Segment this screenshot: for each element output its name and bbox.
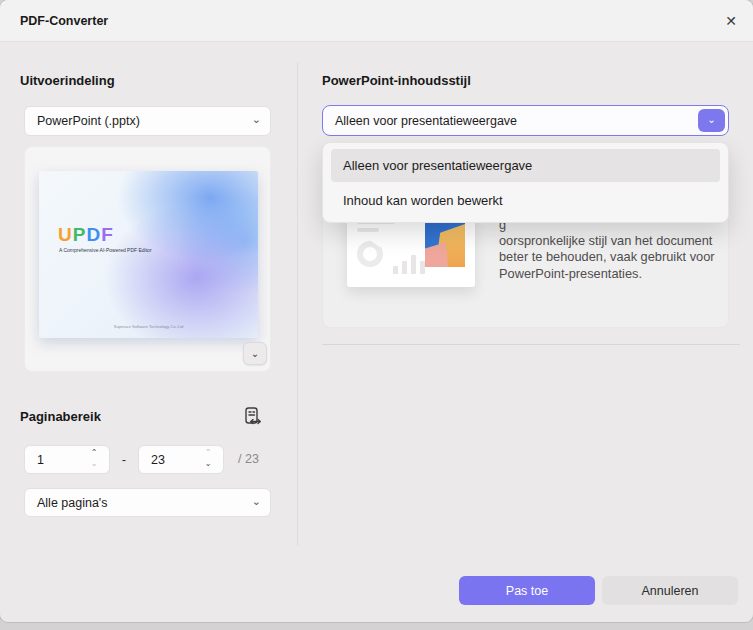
page-range-heading: Paginabereik bbox=[20, 409, 101, 424]
color-blocks-image bbox=[425, 223, 465, 267]
logo-letter: D bbox=[86, 224, 101, 245]
page-from-input[interactable] bbox=[37, 446, 83, 473]
content-style-value: Alleen voor presentatieweergave bbox=[335, 106, 517, 135]
style-description: g oorspronkelijke stijl van het document… bbox=[499, 217, 715, 282]
page-range-icon-svg bbox=[241, 405, 265, 429]
page-total-label: / 23 bbox=[238, 445, 259, 474]
logo-letter: P bbox=[73, 224, 87, 245]
page-from-stepper[interactable]: ⌃ ⌄ bbox=[88, 449, 100, 472]
format-select-value: PowerPoint (.pptx) bbox=[37, 107, 140, 135]
dropdown-option-editable-content[interactable]: Inhoud kan worden bewerkt bbox=[331, 182, 720, 218]
output-format-heading: Uitvoerindeling bbox=[20, 73, 115, 88]
dropdown-option-presentation-view[interactable]: Alleen voor presentatieweergave bbox=[331, 149, 720, 182]
content-style-select[interactable]: Alleen voor presentatieweergave ⌄ bbox=[322, 105, 729, 136]
slide-thumbnail: UPDF A Comprehensive AI-Powered PDF Edit… bbox=[39, 171, 258, 338]
page-range-icon[interactable] bbox=[239, 403, 267, 431]
page-to-stepper[interactable]: ⌃ ⌄ bbox=[202, 449, 214, 472]
slide-fine-print: Superace Software Technology Co.,Ltd bbox=[39, 324, 258, 329]
skeleton-line bbox=[357, 228, 379, 232]
titlebar: PDF-Converter ✕ bbox=[0, 0, 753, 42]
spinner-down-icon[interactable]: ⌄ bbox=[88, 460, 100, 471]
page-scope-value: Alle pagina's bbox=[37, 489, 108, 516]
logo-letter: U bbox=[58, 224, 73, 245]
page-to-field[interactable]: ⌃ ⌄ bbox=[138, 445, 224, 474]
page-from-field[interactable]: ⌃ ⌄ bbox=[24, 445, 110, 474]
chevron-down-icon: ⌄ bbox=[251, 348, 259, 359]
column-divider bbox=[297, 62, 298, 546]
dialog-window: PDF-Converter ✕ Uitvoerindeling PowerPoi… bbox=[0, 0, 753, 622]
updf-logo: UPDF bbox=[58, 224, 114, 246]
description-line: beter te behouden, vaak gebruikt voor bbox=[499, 249, 715, 265]
spinner-down-icon[interactable]: ⌄ bbox=[202, 460, 214, 471]
preview-card: UPDF A Comprehensive AI-Powered PDF Edit… bbox=[24, 146, 271, 372]
option-label: Inhoud kan worden bewerkt bbox=[343, 182, 503, 218]
content-style-dropdown: Alleen voor presentatieweergave Inhoud k… bbox=[322, 142, 729, 223]
range-separator: - bbox=[112, 445, 136, 474]
slide-subtitle: A Comprehensive AI-Powered PDF Editor bbox=[59, 247, 152, 253]
chevron-down-icon: ⌄ bbox=[252, 113, 261, 126]
content-style-heading: PowerPoint-inhoudsstijl bbox=[322, 73, 471, 88]
option-label: Alleen voor presentatieweergave bbox=[343, 149, 532, 182]
page-to-input[interactable] bbox=[151, 446, 197, 473]
dialog-content: Uitvoerindeling PowerPoint (.pptx) ⌄ UPD… bbox=[0, 42, 753, 622]
dialog-title: PDF-Converter bbox=[20, 0, 108, 42]
preview-expand-button[interactable]: ⌄ bbox=[243, 342, 267, 365]
cancel-button[interactable]: Annuleren bbox=[602, 576, 738, 605]
page-scope-select[interactable]: Alle pagina's ⌄ bbox=[24, 488, 271, 517]
apply-button[interactable]: Pas toe bbox=[459, 576, 595, 605]
close-icon[interactable]: ✕ bbox=[721, 11, 741, 31]
logo-letter: F bbox=[101, 224, 114, 245]
chevron-down-icon: ⌄ bbox=[707, 114, 715, 125]
section-divider bbox=[322, 344, 740, 345]
description-line: oorspronkelijke stijl van het document bbox=[499, 233, 715, 249]
pdf-converter-dialog: PDF-Converter ✕ Uitvoerindeling PowerPoi… bbox=[0, 0, 753, 630]
description-line: PowerPoint-presentaties. bbox=[499, 266, 715, 282]
format-select[interactable]: PowerPoint (.pptx) ⌄ bbox=[24, 106, 271, 136]
bar-chart-sketch bbox=[393, 255, 425, 274]
content-style-select-button[interactable]: ⌄ bbox=[698, 109, 725, 132]
chevron-down-icon: ⌄ bbox=[252, 495, 261, 508]
